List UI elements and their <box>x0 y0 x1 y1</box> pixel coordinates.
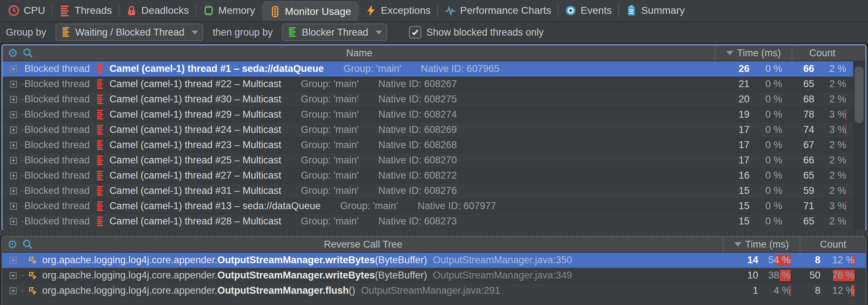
expand-plus-icon[interactable] <box>10 172 17 179</box>
blocked-thread-row[interactable]: Blocked thread Camel (camel-1) thread #1… <box>3 61 865 77</box>
thread-state-label: Blocked thread <box>24 200 90 212</box>
expand-plus-icon[interactable] <box>10 218 17 225</box>
tab-divider <box>196 4 196 17</box>
thread-name: Camel (camel-1) thread #28 – Multicast <box>109 216 281 227</box>
tree-guide <box>21 130 24 130</box>
thread-name: Camel (camel-1) thread #23 – Multicast <box>109 139 281 151</box>
thread-group: Group: 'main' <box>301 124 359 135</box>
expand-plus-icon[interactable] <box>10 81 17 88</box>
thread-name-cell: Blocked thread Camel (camel-1) thread #3… <box>24 94 716 105</box>
source-reference: OutputStreamManager.java:350 <box>433 255 572 266</box>
expand-plus-icon[interactable] <box>10 65 17 73</box>
call-tree-row[interactable]: org.apache.logging.log4j.core.appender.O… <box>2 253 866 268</box>
blocked-thread-row[interactable]: Blocked thread Camel (camel-1) thread #3… <box>3 183 865 199</box>
group-by-label: Group by <box>6 27 46 38</box>
call-tree-row[interactable]: org.apache.logging.log4j.core.appender.O… <box>2 283 866 298</box>
time-column-header[interactable]: Time (ms) <box>723 237 800 252</box>
expand-plus-icon[interactable] <box>10 111 17 118</box>
blocked-thread-icon <box>96 201 104 212</box>
tab-deadlocks[interactable]: Deadlocks <box>120 0 195 21</box>
expand-plus-icon[interactable] <box>9 272 17 279</box>
blocked-thread-row[interactable]: Blocked thread Camel (camel-1) thread #2… <box>3 153 865 168</box>
tab-divider <box>358 4 359 17</box>
tab-exceptions[interactable]: Exceptions <box>359 0 437 21</box>
show-blocked-threads-checkbox[interactable] <box>409 26 421 38</box>
expand-plus-icon[interactable] <box>10 142 17 149</box>
thread-native-id: Native ID: 608272 <box>378 170 457 181</box>
count-value: 65 <box>792 78 814 90</box>
time-value: 21 <box>716 78 750 90</box>
thread-state-label: Blocked thread <box>24 170 90 181</box>
count-column-header[interactable]: Count <box>792 45 852 61</box>
call-tree-row[interactable]: org.apache.logging.log4j.core.appender.O… <box>2 268 866 283</box>
blocked-thread-row[interactable]: Blocked thread Camel (camel-1) thread #1… <box>3 199 865 214</box>
tree-guide <box>20 260 24 261</box>
method-cell: org.apache.logging.log4j.core.appender.O… <box>38 255 724 266</box>
thread-group: Group: 'main' <box>301 109 359 120</box>
time-percent-cell: 0 % <box>750 94 782 105</box>
expand-plus-icon[interactable] <box>10 96 17 103</box>
chevron-down-icon <box>375 30 382 34</box>
count-column-header[interactable]: Count <box>800 237 866 252</box>
tab-threads[interactable]: Threads <box>53 0 118 21</box>
call-tree-header: ⚙ Reverse Call Tree Time (ms) Count <box>2 237 866 253</box>
blocked-thread-row[interactable]: Blocked thread Camel (camel-1) thread #3… <box>3 92 865 107</box>
expand-plus-icon[interactable] <box>10 187 17 195</box>
tab-label: Events <box>580 5 612 16</box>
count-value: 66 <box>792 155 814 166</box>
show-blocked-threads-label[interactable]: Show blocked threads only <box>426 27 544 38</box>
sort-descending-icon <box>726 51 734 55</box>
thread-state-label: Blocked thread <box>24 185 90 196</box>
blocked-thread-row[interactable]: Blocked thread Camel (camel-1) thread #2… <box>3 168 865 183</box>
method-args: (ByteBuffer) <box>375 270 427 281</box>
thread-state-label: Blocked thread <box>24 155 90 166</box>
tab-divider <box>262 4 262 17</box>
blocked-thread-row[interactable]: Blocked thread Camel (camel-1) thread #2… <box>3 122 865 138</box>
count-percent-cell: 2 % <box>814 155 846 166</box>
thread-name-cell: Blocked thread Camel (camel-1) thread #2… <box>24 124 716 135</box>
thread-state-label: Blocked thread <box>24 216 90 227</box>
time-column-header[interactable]: Time (ms) <box>715 45 792 61</box>
tree-indent <box>3 218 24 225</box>
thread-name: Camel (camel-1) thread #22 – Multicast <box>109 78 281 90</box>
second-group-dropdown[interactable]: Blocker Thread <box>282 24 387 41</box>
time-value: 15 <box>716 200 750 212</box>
thread-name: Camel (camel-1) thread #30 – Multicast <box>109 94 281 105</box>
tab-memory[interactable]: Memory <box>197 0 261 21</box>
tree-indent <box>3 172 24 179</box>
first-group-dropdown[interactable]: Waiting / Blocked Thread <box>56 24 203 41</box>
expand-plus-icon[interactable] <box>10 126 17 134</box>
tab-summary[interactable]: Summary <box>620 0 691 21</box>
blocked-thread-row[interactable]: Blocked thread Camel (camel-1) thread #2… <box>3 107 865 122</box>
tab-label: Exceptions <box>381 5 431 16</box>
time-value: 26 <box>716 63 750 74</box>
blocked-thread-row[interactable]: Blocked thread Camel (camel-1) thread #2… <box>3 77 865 92</box>
tab-monitor-usage[interactable]: Monitor Usage <box>263 1 357 21</box>
call-tree-list: org.apache.logging.log4j.core.appender.O… <box>2 253 866 298</box>
tab-performance-charts[interactable]: Performance Charts <box>439 0 557 21</box>
thread-native-id: Native ID: 608268 <box>378 139 457 151</box>
tab-label: Summary <box>641 5 685 16</box>
blocked-thread-row[interactable]: Blocked thread Camel (camel-1) thread #2… <box>3 138 865 153</box>
tree-indent <box>3 111 24 118</box>
tree-indent <box>3 81 24 88</box>
expand-plus-icon[interactable] <box>9 287 17 294</box>
tab-label: CPU <box>24 5 45 16</box>
blocked-thread-row[interactable]: Blocked thread Camel (camel-1) thread #2… <box>3 214 865 229</box>
thread-group: Group: 'main' <box>301 170 359 181</box>
clock-icon <box>8 5 20 16</box>
name-column-header[interactable]: Name <box>3 48 716 59</box>
scrollbar-thumb[interactable] <box>855 66 864 123</box>
method-package: org.apache.logging.log4j.core.appender. <box>42 255 217 266</box>
expand-plus-icon[interactable] <box>10 203 17 210</box>
thread-native-id: Native ID: 608270 <box>378 155 457 166</box>
time-value: 20 <box>716 94 750 105</box>
blocked-thread-icon <box>96 140 104 151</box>
vertical-scrollbar[interactable] <box>853 61 865 231</box>
tab-cpu[interactable]: CPU <box>2 0 51 21</box>
panel-splitter-handle[interactable] <box>0 230 868 236</box>
expand-plus-icon[interactable] <box>9 257 17 264</box>
tab-events[interactable]: Events <box>559 0 618 21</box>
then-group-by-label: then group by <box>213 27 273 38</box>
expand-plus-icon[interactable] <box>10 157 17 164</box>
